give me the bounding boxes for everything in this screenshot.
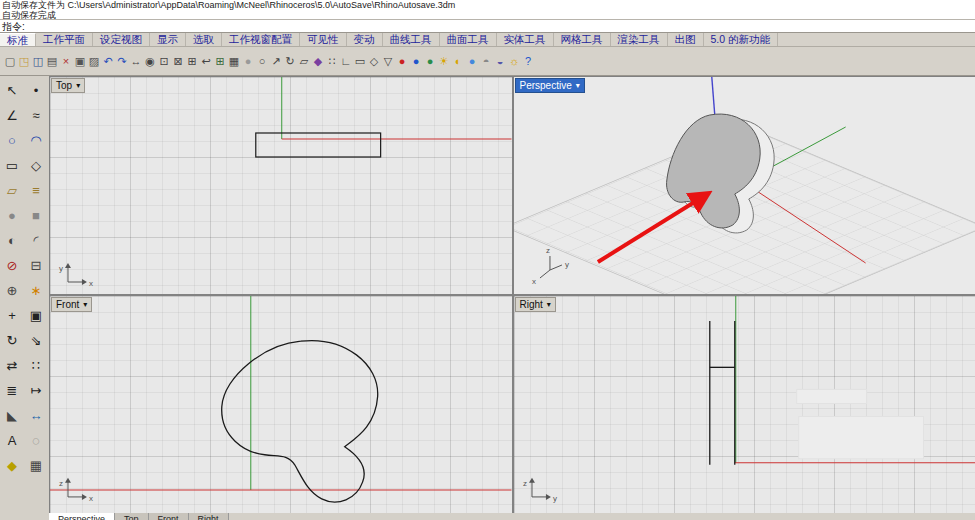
extend-icon[interactable]: ↦ <box>24 378 48 403</box>
fillet-icon[interactable]: ◜ <box>24 228 48 253</box>
pan-icon[interactable]: ↔ <box>129 50 143 72</box>
rotate-view-icon[interactable]: ↻ <box>283 50 297 72</box>
viewport-front-label[interactable]: Front ▾ <box>51 297 92 312</box>
viewport-top-label[interactable]: Top ▾ <box>51 78 85 93</box>
help-icon[interactable]: ? <box>521 50 535 72</box>
viewport-tab-front[interactable]: Front <box>149 513 189 520</box>
viewport-tab-perspective[interactable]: Perspective <box>49 513 115 520</box>
zoom-window-icon[interactable]: ⊡ <box>157 50 171 72</box>
cut-icon[interactable]: × <box>59 50 73 72</box>
tab-cplane[interactable]: 工作平面 <box>36 33 93 46</box>
ortho-icon[interactable]: ∟ <box>339 50 353 72</box>
chevron-down-icon[interactable]: ▾ <box>76 79 80 92</box>
tab-solid-tools[interactable]: 实体工具 <box>497 33 554 46</box>
tab-select[interactable]: 选取 <box>186 33 222 46</box>
blue-sphere-render-icon[interactable]: ● <box>409 50 423 72</box>
explode-icon[interactable]: ∗ <box>24 278 48 303</box>
tab-transform[interactable]: 变动 <box>347 33 383 46</box>
sphere-icon[interactable]: ● <box>0 203 24 228</box>
lamp-light-icon[interactable]: ☀ <box>437 50 451 72</box>
text-icon[interactable]: A <box>0 428 24 453</box>
arc-icon[interactable]: ◠ <box>24 128 48 153</box>
split-icon[interactable]: ⊟ <box>24 253 48 278</box>
join-icon[interactable]: ⊕ <box>0 278 24 303</box>
curve-icon[interactable]: ≈ <box>24 103 48 128</box>
print-icon[interactable]: ▤ <box>45 50 59 72</box>
chamfer-icon[interactable]: ◣ <box>0 403 24 428</box>
red-sphere-render-icon[interactable]: ● <box>395 50 409 72</box>
point-icon[interactable]: • <box>24 78 48 103</box>
sweep-icon[interactable]: ≡ <box>24 178 48 203</box>
record-history-icon[interactable]: ◇ <box>367 50 381 72</box>
viewport-front[interactable]: z x Front ▾ <box>50 296 512 513</box>
viewport-tab-top[interactable]: Top <box>115 513 149 520</box>
zoom-extents-icon[interactable]: ⊠ <box>171 50 185 72</box>
render-icon[interactable]: ● <box>465 50 479 72</box>
spotlight-icon[interactable]: ◐ <box>451 50 465 72</box>
tab-set-view[interactable]: 设定视图 <box>93 33 150 46</box>
set-cplane-icon[interactable]: ▱ <box>297 50 311 72</box>
offset-icon[interactable]: ≣ <box>0 378 24 403</box>
copy-icon[interactable]: ▣ <box>24 303 48 328</box>
array-icon[interactable]: ∷ <box>24 353 48 378</box>
viewport-perspective-label[interactable]: Perspective ▾ <box>515 78 585 93</box>
new-file-icon[interactable]: ▢ <box>3 50 17 72</box>
select-arrow-icon[interactable]: ↖ <box>0 78 24 103</box>
viewport-right[interactable]: z y Right ▾ <box>514 296 975 513</box>
save-file-icon[interactable]: ◫ <box>31 50 45 72</box>
planar-mode-icon[interactable]: ▭ <box>353 50 367 72</box>
tab-viewport-layout[interactable]: 工作视窗配置 <box>222 33 300 46</box>
environment-icon[interactable]: ◒ <box>493 50 507 72</box>
tab-display[interactable]: 显示 <box>150 33 186 46</box>
tab-drafting[interactable]: 出图 <box>668 33 704 46</box>
slab-side-profile[interactable] <box>709 321 734 465</box>
tab-mesh-tools[interactable]: 网格工具 <box>554 33 611 46</box>
four-view-layout-icon[interactable]: ⊞ <box>213 50 227 72</box>
scale-icon[interactable]: ⇘ <box>24 328 48 353</box>
tab-surface-tools[interactable]: 曲面工具 <box>440 33 497 46</box>
shaded-view-icon[interactable]: ● <box>241 50 255 72</box>
blob-curve-outline[interactable] <box>222 341 378 502</box>
material-icon[interactable]: ◓ <box>479 50 493 72</box>
slab-top-outline[interactable] <box>256 133 381 157</box>
sun-study-icon[interactable]: ☼ <box>507 50 521 72</box>
wireframe-view-icon[interactable]: ○ <box>255 50 269 72</box>
rotate-icon[interactable]: ↻ <box>0 328 24 353</box>
redo-icon[interactable]: ↷ <box>115 50 129 72</box>
viewport-tab-right[interactable]: Right <box>189 513 229 520</box>
move-icon[interactable]: ↗ <box>269 50 283 72</box>
undo-view-change-icon[interactable]: ↩ <box>199 50 213 72</box>
mirror-icon[interactable]: ⇄ <box>0 353 24 378</box>
earth-globe-icon[interactable]: ● <box>423 50 437 72</box>
command-prompt[interactable]: 指令: <box>0 20 975 33</box>
viewport-perspective[interactable]: z y x Perspective ▾ <box>514 77 975 294</box>
tab-visibility[interactable]: 可见性 <box>300 33 347 46</box>
circle-icon[interactable]: ○ <box>0 128 24 153</box>
tab-curve-tools[interactable]: 曲线工具 <box>383 33 440 46</box>
tab-render-tools[interactable]: 渲染工具 <box>611 33 668 46</box>
lock-icon[interactable]: ◆ <box>0 453 24 478</box>
chevron-down-icon[interactable]: ▾ <box>547 298 551 311</box>
surface-icon[interactable]: ▱ <box>0 178 24 203</box>
paste-icon[interactable]: ▨ <box>87 50 101 72</box>
box-icon[interactable]: ■ <box>24 203 48 228</box>
chevron-down-icon[interactable]: ▾ <box>576 79 580 92</box>
tab-standard[interactable]: 标准 <box>0 33 36 46</box>
osnap-icon[interactable]: ◆ <box>311 50 325 72</box>
named-view-icon[interactable]: ▦ <box>227 50 241 72</box>
viewport-top[interactable]: y x Top ▾ <box>50 77 512 294</box>
open-file-icon[interactable]: ◳ <box>17 50 31 72</box>
viewport-right-label[interactable]: Right ▾ <box>515 297 556 312</box>
copy-icon[interactable]: ▣ <box>73 50 87 72</box>
dimension-icon[interactable]: ↔ <box>24 403 48 428</box>
rectangle-icon[interactable]: ▭ <box>0 153 24 178</box>
zoom-dynamic-icon[interactable]: ◉ <box>143 50 157 72</box>
chevron-down-icon[interactable]: ▾ <box>83 298 87 311</box>
polygon-icon[interactable]: ◇ <box>24 153 48 178</box>
tab-new-in-v5[interactable]: 5.0 的新功能 <box>704 33 779 46</box>
polyline-icon[interactable]: ∠ <box>0 103 24 128</box>
selection-filter-icon[interactable]: ▽ <box>381 50 395 72</box>
zoom-extents-all-icon[interactable]: ⊞ <box>185 50 199 72</box>
grid-snap-icon[interactable]: ∷ <box>325 50 339 72</box>
layer-icon[interactable]: ▦ <box>24 453 48 478</box>
